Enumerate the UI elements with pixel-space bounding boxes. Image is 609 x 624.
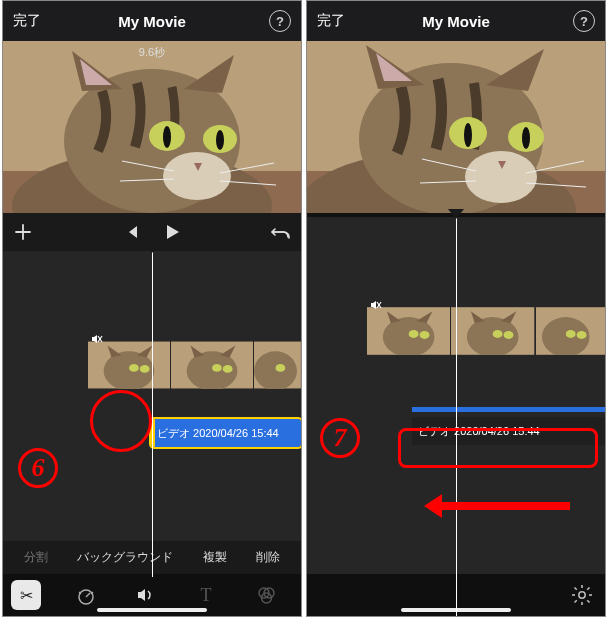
audio-clip-label: ビデオ 2020/04/26 15:44 — [157, 426, 279, 441]
settings-button[interactable] — [567, 580, 597, 610]
screenshot-step-7: 完了 My Movie ? — [306, 0, 606, 617]
svg-line-65 — [587, 588, 589, 590]
playhead-marker-icon — [448, 209, 464, 219]
svg-line-62 — [575, 588, 577, 590]
svg-point-51 — [493, 330, 503, 338]
home-indicator — [97, 608, 207, 612]
filters-tool-button[interactable] — [251, 580, 281, 610]
delete-button[interactable]: 削除 — [256, 549, 280, 566]
svg-point-17 — [129, 364, 139, 372]
svg-point-21 — [212, 364, 222, 372]
timeline[interactable]: ビデオ 2020/04/26 15:44 — [3, 251, 301, 577]
svg-point-57 — [579, 592, 585, 598]
clip-thumbnail[interactable] — [451, 307, 534, 355]
split-button[interactable]: 分割 — [24, 549, 48, 566]
mute-icon — [91, 333, 103, 347]
clip-thumbnail[interactable] — [171, 341, 253, 389]
svg-point-22 — [223, 365, 233, 373]
svg-point-8 — [163, 152, 231, 200]
background-button[interactable]: バックグラウンド — [77, 549, 173, 566]
preview-cat-image — [307, 41, 605, 213]
help-button[interactable]: ? — [573, 10, 595, 32]
undo-button[interactable] — [261, 213, 301, 251]
clip-thumbnail[interactable] — [88, 341, 170, 389]
annotation-arrow-left — [440, 502, 570, 510]
svg-line-63 — [587, 600, 589, 602]
annotation-step-number-7: 7 — [320, 418, 360, 458]
svg-point-7 — [216, 130, 224, 150]
svg-line-64 — [575, 600, 577, 602]
header: 完了 My Movie ? — [307, 1, 605, 41]
clip-thumbnail[interactable] — [367, 307, 450, 355]
annotation-step-number-6: 6 — [18, 448, 58, 488]
playhead-marker-icon — [144, 243, 160, 253]
clip-thumbnail[interactable] — [536, 307, 605, 355]
svg-point-24 — [254, 351, 297, 389]
help-button[interactable]: ? — [269, 10, 291, 32]
svg-point-52 — [504, 331, 514, 339]
playhead-line[interactable] — [456, 217, 457, 617]
duplicate-button[interactable]: 複製 — [203, 549, 227, 566]
speed-tool-button[interactable] — [71, 580, 101, 610]
scissors-tool-button[interactable]: ✂ — [11, 580, 41, 610]
svg-point-48 — [420, 331, 430, 339]
done-button[interactable]: 完了 — [317, 12, 345, 30]
svg-point-55 — [565, 330, 575, 338]
clip-thumbnail[interactable] — [254, 341, 301, 389]
titles-tool-button[interactable]: T — [191, 580, 221, 610]
video-clip-row[interactable] — [367, 307, 605, 355]
video-preview[interactable]: 9.6秒 — [3, 41, 301, 213]
video-clip-row[interactable] — [88, 341, 301, 389]
add-media-button[interactable] — [3, 213, 43, 251]
annotation-highlight-rect — [398, 428, 598, 468]
preview-cat-image — [3, 41, 301, 213]
svg-point-56 — [576, 331, 586, 339]
audio-clip[interactable]: ビデオ 2020/04/26 15:44 — [151, 419, 301, 447]
svg-point-47 — [409, 330, 419, 338]
svg-point-18 — [140, 365, 150, 373]
svg-point-37 — [522, 127, 530, 149]
project-title: My Movie — [118, 13, 186, 30]
svg-point-38 — [465, 151, 537, 203]
annotation-highlight-circle — [90, 390, 152, 452]
project-title: My Movie — [422, 13, 490, 30]
audio-waveform-bar[interactable] — [412, 407, 605, 412]
screenshot-step-6: 完了 My Movie ? 9.6秒 — [2, 0, 302, 617]
video-preview[interactable] — [307, 41, 605, 213]
svg-point-25 — [276, 364, 286, 372]
playhead-line[interactable] — [152, 251, 153, 577]
volume-tool-button[interactable] — [131, 580, 161, 610]
header: 完了 My Movie ? — [3, 1, 301, 41]
timeline[interactable]: ビデオ 2020/04/26 15:44 — [307, 217, 605, 617]
done-button[interactable]: 完了 — [13, 12, 41, 30]
svg-point-6 — [163, 126, 171, 148]
mute-icon — [370, 299, 382, 313]
svg-point-36 — [464, 123, 472, 147]
clip-duration-label: 9.6秒 — [139, 45, 165, 60]
